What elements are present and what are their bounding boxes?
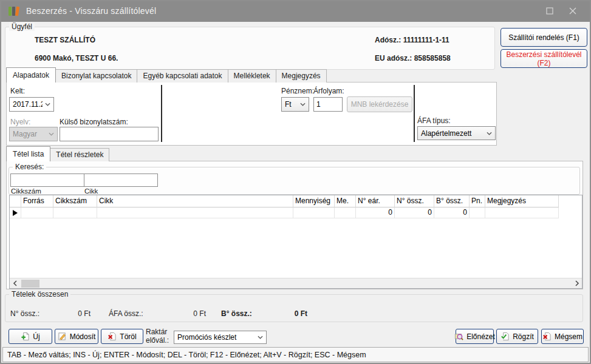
customer-group-label: Ügyfél [9, 22, 35, 31]
grid-header-row: Forrás Cikkszám Cikk Mennyiség Me. N° eá… [10, 195, 582, 207]
purchase-delivery-note-button[interactable]: Beszerzési szállítólevél (F2) [500, 49, 587, 68]
tab-tetel-lista[interactable]: Tétel lista [6, 146, 50, 161]
cell-cikkszam [53, 207, 97, 218]
chevron-down-icon [300, 103, 306, 106]
cell-cikk [97, 207, 293, 218]
delete-button[interactable]: Töröl [101, 329, 143, 344]
kelt-date-select[interactable]: 2017.11.24. [9, 97, 54, 112]
chevron-down-icon [45, 103, 50, 106]
tab-alapadatok[interactable]: Alapadatok [6, 67, 56, 83]
totals-brutto-label: B° össz.: [221, 309, 252, 318]
cell-megjegyzes [485, 207, 559, 218]
search-cikk-label: Cikk [84, 187, 98, 195]
tab-egyeb-kapcsolati-adatok[interactable]: Egyéb kapcsolati adatok [137, 69, 228, 83]
cell-n-ear: 0 [356, 207, 395, 218]
statusbar: TAB - Mező váltás; INS - Új; ENTER - Mód… [2, 347, 589, 362]
chevron-down-icon [49, 132, 54, 136]
grid-header-cikk[interactable]: Cikk [97, 195, 293, 207]
window-title: Beszerzés - Visszáru szállítólevél [26, 6, 156, 16]
customer-tax-number: Adósz.: 11111111-1-11 [375, 36, 449, 44]
horizontal-scrollbar[interactable] [10, 278, 582, 288]
nyelv-label: Nyelv: [10, 118, 30, 126]
afa-tipus-select[interactable]: Alapértelmezett [417, 126, 496, 140]
grid-header-forras[interactable]: Forrás [21, 195, 53, 207]
grid-header-pn[interactable]: Pn. [470, 195, 485, 207]
kulso-bizonylatszam-label: Külső bizonylatszám: [60, 118, 128, 126]
new-document-icon [21, 332, 30, 341]
customer-address: 6900 Makó, TESZT U 66. [35, 54, 118, 62]
penznem-label: Pénznem: [281, 87, 314, 95]
preview-button[interactable]: Előnézet [456, 329, 494, 344]
modify-button[interactable]: Módosít [55, 329, 98, 344]
kelt-label: Kelt: [10, 87, 25, 95]
tab-tetel-reszletek[interactable]: Tétel részletek [50, 148, 109, 161]
scroll-right-icon[interactable] [572, 278, 582, 289]
chevron-down-icon [258, 335, 263, 339]
grid-header-megjegyzes[interactable]: Megjegyzés [485, 195, 559, 207]
totals-afa-value: 0 Ft [174, 309, 206, 318]
penznem-select[interactable]: Ft [281, 97, 309, 112]
cell-mennyiseg [293, 207, 335, 218]
totals-netto-label: N° össz.: [10, 309, 39, 318]
totals-group: Tételek összesen N° össz.: 0 Ft ÁFA össz… [5, 294, 583, 322]
tab-mellekletek[interactable]: Mellékletek [228, 69, 276, 83]
nyelv-select: Magyar [9, 127, 58, 141]
grid-header-b-ossz[interactable]: B° össz. [434, 195, 470, 207]
save-button[interactable]: Rögzít [496, 329, 538, 344]
search-cikkszam-input[interactable] [10, 174, 84, 187]
cell-pn [470, 207, 485, 218]
totals-netto-value: 0 Ft [57, 309, 91, 318]
divider [414, 85, 415, 142]
arfolyam-label: Árfolyam: [313, 87, 344, 95]
search-cikk-input[interactable] [84, 174, 158, 187]
titlebar: Beszerzés - Visszáru szállítólevél [0, 0, 591, 22]
arfolyam-input[interactable] [313, 97, 343, 112]
edit-icon [58, 332, 67, 341]
grid-header-n-ossz[interactable]: N° össz. [395, 195, 434, 207]
warehouse-label: Raktár elővál.: [146, 328, 169, 345]
customer-group: Ügyfél TESZT SZÁLLÍTÓ 6900 Makó, TESZT U… [5, 27, 495, 70]
cell-b-ossz: 0 [434, 207, 470, 218]
app-window: Beszerzés - Visszáru szállítólevél Ügyfé… [0, 0, 591, 364]
chevron-down-icon [487, 132, 492, 135]
search-cikkszam-label: Cikkszám [11, 187, 41, 195]
row-selector-icon [13, 210, 18, 216]
grid-row[interactable]: 0 0 0 [10, 207, 582, 218]
main-tabstrip: Alapadatok Bizonylat kapcsolatok Egyéb k… [6, 68, 326, 83]
close-icon[interactable] [568, 6, 578, 16]
cell-n-ossz: 0 [395, 207, 434, 218]
tab-megjegyzes[interactable]: Megjegyzés [276, 69, 327, 83]
statusbar-text: TAB - Mező váltás; INS - Új; ENTER - Mód… [7, 351, 366, 359]
customer-eu-tax-number: EU adósz.: 858585858 [375, 54, 451, 62]
check-icon [500, 332, 510, 341]
new-button[interactable]: Új [9, 329, 52, 344]
customer-name: TESZT SZÁLLÍTÓ [35, 36, 95, 44]
alapadatok-panel: Kelt: 2017.11.24. Nyelv: Magyar Külső bi… [6, 82, 497, 146]
totals-afa-label: ÁFA össz.: [109, 309, 143, 318]
cancel-button[interactable]: Mégsem [541, 329, 584, 344]
scroll-left-icon[interactable] [10, 278, 20, 289]
kulso-bizonylatszam-input[interactable] [60, 127, 159, 141]
totals-group-label: Tételek összesen [9, 290, 70, 298]
app-icon [9, 5, 21, 16]
grid-header-cikkszam[interactable]: Cikkszám [53, 195, 97, 207]
grid-header-mennyiseg[interactable]: Mennyiség [293, 195, 335, 207]
scrollbar-thumb[interactable] [21, 280, 39, 288]
row-selector-cell [10, 207, 21, 218]
item-tabstrip: Tétel lista Tétel részletek [6, 147, 109, 161]
search-group-label: Keresés: [13, 163, 46, 171]
cell-me [335, 207, 356, 218]
afa-tipus-label: ÁFA típus: [417, 116, 451, 125]
supplier-order-button[interactable]: Szállítói rendelés (F1) [500, 28, 587, 47]
divider [161, 85, 162, 142]
maximize-icon[interactable] [545, 6, 555, 16]
totals-brutto-value: 0 Ft [274, 309, 307, 318]
delete-x-icon [108, 332, 117, 341]
preview-icon [454, 332, 463, 341]
cancel-x-icon [542, 332, 552, 341]
tab-bizonylat-kapcsolatok[interactable]: Bizonylat kapcsolatok [55, 69, 137, 83]
grid-header-selector [10, 195, 21, 207]
grid-header-me[interactable]: Me. [335, 195, 356, 207]
warehouse-select[interactable]: Promóciós készlet [174, 331, 267, 344]
grid-header-n-ear[interactable]: N° eár. [356, 195, 395, 207]
